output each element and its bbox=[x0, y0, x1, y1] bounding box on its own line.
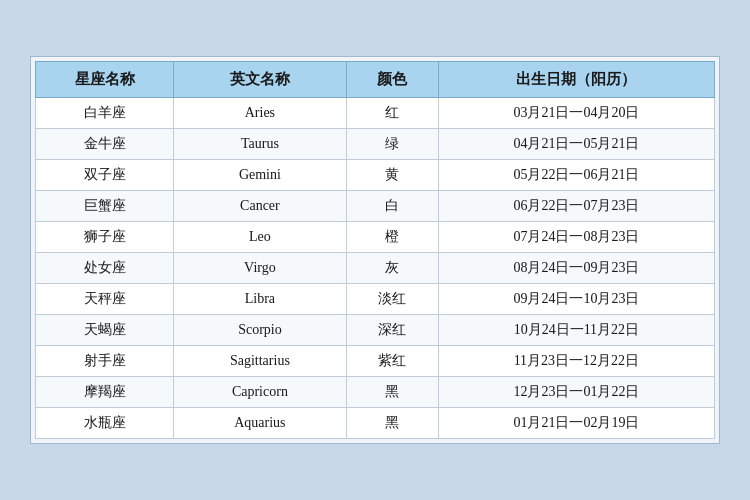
table-row: 白羊座Aries红03月21日一04月20日 bbox=[36, 98, 715, 129]
header-date: 出生日期（阳历） bbox=[438, 62, 714, 98]
cell-chinese: 双子座 bbox=[36, 160, 174, 191]
cell-english: Leo bbox=[174, 222, 347, 253]
cell-chinese: 天秤座 bbox=[36, 284, 174, 315]
table-header-row: 星座名称 英文名称 颜色 出生日期（阳历） bbox=[36, 62, 715, 98]
cell-color: 绿 bbox=[346, 129, 438, 160]
cell-date: 07月24日一08月23日 bbox=[438, 222, 714, 253]
table-row: 天蝎座Scorpio深红10月24日一11月22日 bbox=[36, 315, 715, 346]
table-row: 摩羯座Capricorn黑12月23日一01月22日 bbox=[36, 377, 715, 408]
table-row: 射手座Sagittarius紫红11月23日一12月22日 bbox=[36, 346, 715, 377]
header-chinese: 星座名称 bbox=[36, 62, 174, 98]
cell-color: 红 bbox=[346, 98, 438, 129]
cell-color: 紫红 bbox=[346, 346, 438, 377]
cell-english: Cancer bbox=[174, 191, 347, 222]
cell-chinese: 射手座 bbox=[36, 346, 174, 377]
cell-english: Virgo bbox=[174, 253, 347, 284]
cell-english: Scorpio bbox=[174, 315, 347, 346]
cell-chinese: 巨蟹座 bbox=[36, 191, 174, 222]
table-row: 天秤座Libra淡红09月24日一10月23日 bbox=[36, 284, 715, 315]
cell-chinese: 狮子座 bbox=[36, 222, 174, 253]
cell-date: 01月21日一02月19日 bbox=[438, 408, 714, 439]
cell-chinese: 处女座 bbox=[36, 253, 174, 284]
cell-date: 11月23日一12月22日 bbox=[438, 346, 714, 377]
cell-chinese: 摩羯座 bbox=[36, 377, 174, 408]
cell-date: 05月22日一06月21日 bbox=[438, 160, 714, 191]
cell-chinese: 水瓶座 bbox=[36, 408, 174, 439]
cell-chinese: 天蝎座 bbox=[36, 315, 174, 346]
cell-color: 淡红 bbox=[346, 284, 438, 315]
cell-date: 10月24日一11月22日 bbox=[438, 315, 714, 346]
table-body: 白羊座Aries红03月21日一04月20日金牛座Taurus绿04月21日一0… bbox=[36, 98, 715, 439]
cell-english: Gemini bbox=[174, 160, 347, 191]
cell-english: Aquarius bbox=[174, 408, 347, 439]
cell-color: 黑 bbox=[346, 377, 438, 408]
cell-date: 03月21日一04月20日 bbox=[438, 98, 714, 129]
zodiac-table: 星座名称 英文名称 颜色 出生日期（阳历） 白羊座Aries红03月21日一04… bbox=[35, 61, 715, 439]
table-row: 水瓶座Aquarius黑01月21日一02月19日 bbox=[36, 408, 715, 439]
table-row: 双子座Gemini黄05月22日一06月21日 bbox=[36, 160, 715, 191]
cell-color: 白 bbox=[346, 191, 438, 222]
cell-color: 深红 bbox=[346, 315, 438, 346]
cell-date: 09月24日一10月23日 bbox=[438, 284, 714, 315]
header-color: 颜色 bbox=[346, 62, 438, 98]
cell-date: 04月21日一05月21日 bbox=[438, 129, 714, 160]
cell-color: 黄 bbox=[346, 160, 438, 191]
cell-color: 灰 bbox=[346, 253, 438, 284]
cell-english: Libra bbox=[174, 284, 347, 315]
table-row: 处女座Virgo灰08月24日一09月23日 bbox=[36, 253, 715, 284]
cell-english: Capricorn bbox=[174, 377, 347, 408]
cell-english: Taurus bbox=[174, 129, 347, 160]
table-row: 金牛座Taurus绿04月21日一05月21日 bbox=[36, 129, 715, 160]
cell-chinese: 金牛座 bbox=[36, 129, 174, 160]
zodiac-table-container: 星座名称 英文名称 颜色 出生日期（阳历） 白羊座Aries红03月21日一04… bbox=[30, 56, 720, 444]
cell-date: 08月24日一09月23日 bbox=[438, 253, 714, 284]
table-row: 狮子座Leo橙07月24日一08月23日 bbox=[36, 222, 715, 253]
header-english: 英文名称 bbox=[174, 62, 347, 98]
cell-date: 12月23日一01月22日 bbox=[438, 377, 714, 408]
cell-chinese: 白羊座 bbox=[36, 98, 174, 129]
cell-color: 黑 bbox=[346, 408, 438, 439]
table-row: 巨蟹座Cancer白06月22日一07月23日 bbox=[36, 191, 715, 222]
cell-date: 06月22日一07月23日 bbox=[438, 191, 714, 222]
cell-color: 橙 bbox=[346, 222, 438, 253]
cell-english: Aries bbox=[174, 98, 347, 129]
cell-english: Sagittarius bbox=[174, 346, 347, 377]
